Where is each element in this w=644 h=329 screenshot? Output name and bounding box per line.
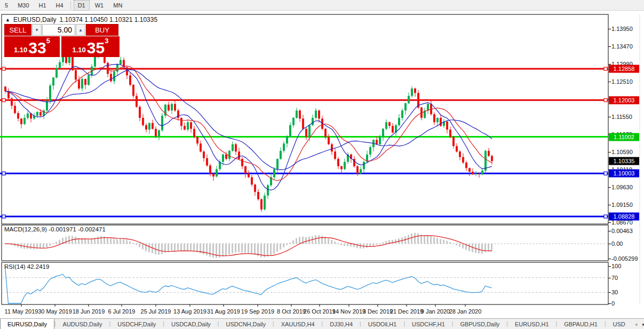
chart-tab-bar: EURUSD,Daily|AUDUSD,Daily|USDCHF,Daily|U…	[0, 318, 644, 329]
volume-increase-button[interactable]: ▲	[76, 24, 85, 36]
date-axis-label: 30 May 2019	[38, 308, 72, 315]
price-axis-tick-tick	[608, 46, 611, 47]
date-axis-label: 21 Dec 2019	[390, 308, 423, 315]
date-axis-label: 6 Jul 2019	[108, 308, 136, 315]
price-axis-tick-tick	[608, 29, 611, 29]
price-axis-tick-tick	[608, 222, 611, 223]
rsi-axis-tick-tick	[608, 278, 611, 278]
sell-button[interactable]: SELL	[4, 24, 31, 36]
chart-tab-usdchf-daily[interactable]: USDCHF,Daily	[110, 319, 163, 329]
chart-ohlc-values: 1.10374 1.10450 1.10321 1.10335	[60, 16, 158, 23]
date-axis-label: 31 Aug 2019	[207, 308, 240, 315]
level-badge-1.12858: 1.12858	[609, 65, 639, 73]
rsi-axis-tick-tick	[608, 266, 611, 267]
level-badge-1.10003: 1.10003	[609, 170, 639, 178]
macd-label: MACD(12,26,9) -0.001971 -0.002471	[4, 226, 106, 232]
price-axis-tick: 1.13950	[611, 26, 633, 32]
price-axis-tick: 1.13470	[611, 43, 633, 50]
level-badge-1.08828: 1.08828	[609, 213, 639, 221]
chart-tab-audusd-daily[interactable]: AUDUSD,Daily	[56, 319, 109, 329]
one-click-trade-panel: SELL ▼ ▲ BUY 1.10 33 5 1.10 35 3	[4, 24, 120, 57]
tab-scroll-left-button[interactable]: ◂	[632, 319, 640, 329]
date-axis-label: 14 Nov 2019	[332, 308, 365, 315]
rsi-label: RSI(14) 42.2419	[4, 263, 49, 270]
rsi-axis-tick: 100	[611, 263, 621, 269]
date-axis-label: 13 Aug 2019	[173, 308, 206, 315]
chart-tab-gbpaud-h1[interactable]: GBPAUD,H1	[557, 319, 605, 329]
chart-tab-eurusd-daily[interactable]: EURUSD,Daily	[0, 318, 54, 329]
chart-tab-usd[interactable]: USD	[606, 319, 632, 329]
chart-tab-usdchf-h1[interactable]: USDCHF,H1	[405, 319, 452, 329]
volume-decrease-button[interactable]: ▼	[32, 24, 42, 36]
rsi-axis-tick-tick	[608, 292, 611, 293]
date-axis-label: 28 Jan 2020	[449, 308, 482, 315]
date-axis-label: 25 Jul 2019	[141, 308, 171, 315]
chart-tab-xauusd-h4[interactable]: XAUUSD,H4	[274, 319, 322, 329]
date-axis-label: 18 Jun 2019	[73, 308, 105, 315]
price-axis-tick: 1.12510	[611, 78, 633, 85]
price-axis-tick-tick	[608, 117, 611, 117]
sell-price-pips: 33	[28, 41, 46, 55]
trade-panel-controls: SELL ▼ ▲ BUY	[4, 24, 120, 36]
chart-tab-eurusd-h1[interactable]: EURUSD,H1	[508, 319, 556, 329]
pane-frame-2	[2, 262, 608, 304]
macd-axis-tick-tick	[608, 244, 611, 244]
tab-scroll-right-button[interactable]: ▸	[640, 319, 644, 329]
sell-price-base: 1.10	[14, 45, 27, 55]
price-axis-tick-tick	[608, 152, 611, 153]
volume-input[interactable]	[42, 24, 75, 36]
price-axis-tick-tick	[608, 205, 611, 205]
rsi-axis-tick: 30	[611, 289, 618, 295]
price-axis-tick-tick	[608, 187, 611, 188]
buy-price-button[interactable]: 1.10 35 3	[61, 36, 120, 57]
date-axis-label: 3 Dec 2019	[363, 308, 393, 315]
buy-price-base: 1.10	[73, 45, 86, 55]
rsi-axis-tick-tick	[608, 303, 611, 304]
chart-tab-usdcad-daily[interactable]: USDCAD,Daily	[164, 319, 218, 329]
price-axis-tick: 1.09630	[611, 184, 633, 190]
macd-axis-tick-tick	[608, 259, 611, 259]
rsi-axis-tick: 0	[611, 300, 615, 307]
chart-tab-usdoil-h1[interactable]: USDOil,H1	[361, 319, 404, 329]
date-axis-label: 26 Oct 2019	[304, 308, 336, 315]
sell-price-point: 5	[46, 37, 50, 44]
chart-symbol-label: EURUSD,Daily	[13, 16, 57, 23]
buy-price-pips: 35	[87, 41, 105, 55]
chart-tab-usdcnh-daily[interactable]: USDCNH,Daily	[219, 319, 273, 329]
macd-axis-tick: -0.005299	[611, 255, 638, 262]
trade-panel-prices: 1.10 33 5 1.10 35 3	[4, 36, 120, 57]
price-axis-tick: 1.09150	[611, 202, 633, 208]
macd-axis-tick: 0.00463	[611, 228, 633, 234]
collapse-icon[interactable]: ▲	[5, 17, 10, 22]
trading-terminal-window: 5M30H1H4D1W1MN ▲ EURUSD,Daily 1.10374 1.…	[0, 0, 644, 329]
macd-axis-tick-tick	[608, 231, 611, 231]
rsi-axis-tick: 70	[611, 275, 618, 281]
date-axis-label: 9 Jan 2020	[421, 308, 450, 315]
macd-axis-tick: 0.00	[611, 240, 623, 247]
buy-price-point: 3	[105, 37, 108, 44]
date-axis-label: 8 Oct 2019	[277, 308, 306, 315]
buy-button[interactable]: BUY	[86, 24, 118, 36]
date-axis-label: 11 May 2019	[5, 308, 38, 315]
chart-tab-gbpusd-daily[interactable]: GBPUSD,Daily	[453, 319, 506, 329]
price-axis-tick-tick	[608, 82, 611, 82]
chart-tab-dj30-h4[interactable]: DJ30,H4	[323, 319, 360, 329]
level-badge-1.12003: 1.12003	[609, 96, 639, 104]
price-axis-tick: 1.11550	[611, 114, 632, 120]
sell-price-button[interactable]: 1.10 33 5	[4, 36, 60, 57]
date-axis-label: 19 Sep 2019	[241, 308, 274, 315]
level-badge-1.11002: 1.11002	[609, 133, 639, 141]
chart-title: ▲ EURUSD,Daily 1.10374 1.10450 1.10321 1…	[5, 16, 157, 23]
price-axis-tick: 1.10590	[611, 149, 633, 155]
current-price-badge: 1.10335	[609, 157, 639, 165]
